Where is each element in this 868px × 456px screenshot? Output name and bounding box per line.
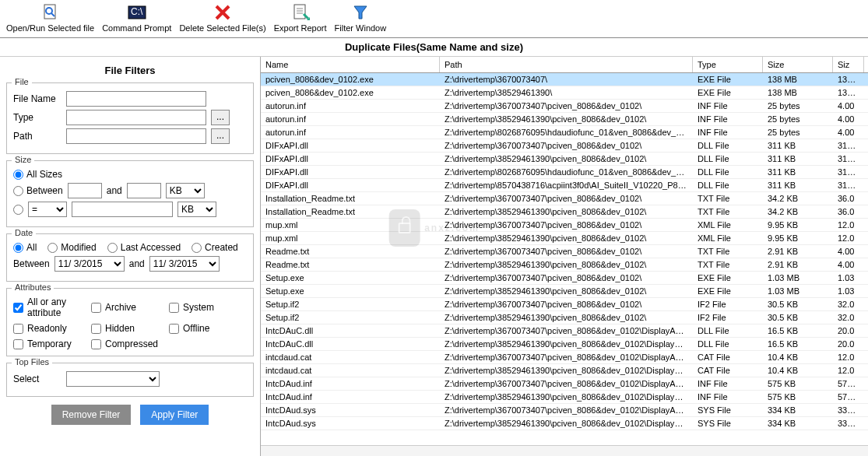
topfiles-legend: Top Files xyxy=(12,357,52,367)
cell-path: Z:\drivertemp\3670073407\pciven_8086&dev… xyxy=(440,139,693,152)
table-row[interactable]: IntcDAuC.dllZ:\drivertemp\38529461390\pc… xyxy=(261,338,868,351)
table-body[interactable]: pciven_8086&dev_0102.exeZ:\drivertemp\36… xyxy=(261,73,868,445)
horizontal-scrollbar[interactable] xyxy=(261,445,868,456)
size-unit2-select[interactable]: KB xyxy=(177,202,216,217)
delete-selected-button[interactable]: Delete Selected File(s) xyxy=(179,3,265,33)
table-row[interactable]: IntcDAuC.dllZ:\drivertemp\3670073407\pci… xyxy=(261,324,868,338)
table-row[interactable]: Setup.exeZ:\drivertemp\38529461390\pcive… xyxy=(261,285,868,298)
table-row[interactable]: IntcDAud.infZ:\drivertemp\3670073407\pci… xyxy=(261,377,868,391)
size-eq-input[interactable] xyxy=(72,202,173,217)
attr-hidden-check[interactable]: Hidden xyxy=(91,323,169,334)
topfiles-select[interactable] xyxy=(66,371,160,387)
size-all-radio[interactable]: All Sizes xyxy=(13,169,62,180)
attr-readonly-check[interactable]: Readonly xyxy=(13,323,91,334)
table-row[interactable]: DIFxAPI.dllZ:\drivertemp\38529461390\pci… xyxy=(261,153,868,166)
date-modified-radio[interactable]: Modified xyxy=(47,242,96,253)
table-row[interactable]: mup.xmlZ:\drivertemp\3670073407\pciven_8… xyxy=(261,219,868,232)
path-input[interactable] xyxy=(66,128,206,144)
cell-path: Z:\drivertemp\8026876095\hdaudiofunc_01&… xyxy=(440,126,693,139)
table-row[interactable]: Setup.if2Z:\drivertemp\38529461390\pcive… xyxy=(261,311,868,324)
table-row[interactable]: Readme.txtZ:\drivertemp\38529461390\pciv… xyxy=(261,258,868,272)
open-run-selected-button[interactable]: Open/Run Selected file xyxy=(6,3,94,33)
cell-name: Setup.exe xyxy=(261,285,440,297)
cell-type: INF File xyxy=(693,391,763,403)
cell-type: XML File xyxy=(693,232,763,244)
size-unit1-select[interactable]: KB xyxy=(166,183,205,198)
remove-filter-button[interactable]: Remove Filter xyxy=(51,405,132,425)
cell-type: DLL File xyxy=(693,139,763,152)
cell-siz2: 576 K xyxy=(833,377,864,390)
col-path-header[interactable]: Path xyxy=(440,57,693,72)
table-row[interactable]: IntcDAud.infZ:\drivertemp\38529461390\pc… xyxy=(261,391,868,404)
attr-system-check[interactable]: System xyxy=(169,296,247,318)
filename-input[interactable] xyxy=(66,91,206,107)
table-row[interactable]: pciven_8086&dev_0102.exeZ:\drivertemp\36… xyxy=(261,73,868,86)
type-browse-button[interactable]: ... xyxy=(211,110,230,125)
table-row[interactable]: pciven_8086&dev_0102.exeZ:\drivertemp\38… xyxy=(261,86,868,100)
table-row[interactable]: Setup.exeZ:\drivertemp\3670073407\pciven… xyxy=(261,272,868,285)
col-type-header[interactable]: Type xyxy=(693,57,763,72)
cell-siz2: 138 M xyxy=(833,86,864,99)
search-doc-icon xyxy=(38,3,63,22)
col-siz2-header[interactable]: Siz xyxy=(833,57,864,72)
cell-path: Z:\drivertemp\3670073407\pciven_8086&dev… xyxy=(440,245,693,258)
table-row[interactable]: IntcDAud.sysZ:\drivertemp\3670073407\pci… xyxy=(261,404,868,417)
col-name-header[interactable]: Name xyxy=(261,57,440,72)
table-row[interactable]: DIFxAPI.dllZ:\drivertemp\3670073407\pciv… xyxy=(261,139,868,153)
table-row[interactable]: intcdaud.catZ:\drivertemp\38529461390\pc… xyxy=(261,364,868,377)
date-to-select[interactable]: 11/ 3/2015 xyxy=(149,256,220,272)
date-created-radio[interactable]: Created xyxy=(192,242,238,253)
cell-name: DIFxAPI.dll xyxy=(261,166,440,178)
topfiles-select-label: Select xyxy=(13,374,61,384)
size-between-radio[interactable]: Between xyxy=(13,185,63,196)
toolbar-label: Command Prompt xyxy=(102,23,171,33)
cell-path: Z:\drivertemp\3670073407\ xyxy=(440,73,693,86)
table-row[interactable]: mup.xmlZ:\drivertemp\38529461390\pciven_… xyxy=(261,232,868,245)
cell-name: Setup.if2 xyxy=(261,311,440,324)
size-to-input[interactable] xyxy=(127,183,161,198)
cell-type: TXT File xyxy=(693,192,763,205)
cell-siz2: 4.00 xyxy=(833,113,864,125)
table-row[interactable]: autorun.infZ:\drivertemp\3670073407\pciv… xyxy=(261,100,868,113)
cell-path: Z:\drivertemp\3670073407\pciven_8086&dev… xyxy=(440,192,693,205)
filter-window-button[interactable]: Filter Window xyxy=(335,3,387,33)
toolbar-label: Open/Run Selected file xyxy=(6,23,94,33)
type-input[interactable] xyxy=(66,110,206,125)
table-header: Name Path Type Size Siz xyxy=(261,57,868,73)
table-row[interactable]: Installation_Readme.txtZ:\drivertemp\385… xyxy=(261,205,868,219)
date-lastaccessed-radio[interactable]: Last Accessed xyxy=(107,242,181,253)
cell-type: DLL File xyxy=(693,166,763,178)
apply-filter-button[interactable]: Apply Filter xyxy=(140,405,209,425)
cell-name: pciven_8086&dev_0102.exe xyxy=(261,73,440,86)
table-row[interactable]: intcdaud.catZ:\drivertemp\3670073407\pci… xyxy=(261,351,868,364)
date-all-radio[interactable]: All xyxy=(13,242,37,253)
attr-all-check[interactable]: All or any attribute xyxy=(13,296,91,318)
table-row[interactable]: IntcDAud.sysZ:\drivertemp\38529461390\pc… xyxy=(261,417,868,430)
table-row[interactable]: Setup.if2Z:\drivertemp\3670073407\pciven… xyxy=(261,298,868,311)
table-row[interactable]: Installation_Readme.txtZ:\drivertemp\367… xyxy=(261,192,868,205)
cell-siz2: 12.0 xyxy=(833,351,864,363)
size-op-select[interactable]: = xyxy=(28,202,67,217)
size-from-input[interactable] xyxy=(68,183,102,198)
cell-siz2: 12.0 xyxy=(833,364,864,377)
table-row[interactable]: autorun.infZ:\drivertemp\38529461390\pci… xyxy=(261,113,868,126)
col-size-header[interactable]: Size xyxy=(763,57,833,72)
export-report-button[interactable]: Export Report xyxy=(274,3,327,33)
command-prompt-button[interactable]: C:\Command Prompt xyxy=(102,3,171,33)
table-row[interactable]: autorun.infZ:\drivertemp\8026876095\hdau… xyxy=(261,126,868,139)
size-eq-radio[interactable] xyxy=(13,205,23,215)
attr-compressed-check[interactable]: Compressed xyxy=(91,338,169,349)
cell-path: Z:\drivertemp\38529461390\pciven_8086&de… xyxy=(440,113,693,125)
cell-path: Z:\drivertemp\38529461390\pciven_8086&de… xyxy=(440,364,693,377)
attr-offline-check[interactable]: Offline xyxy=(169,323,247,334)
path-browse-button[interactable]: ... xyxy=(211,128,230,144)
attr-temporary-check[interactable]: Temporary xyxy=(13,338,91,349)
cell-name: autorun.inf xyxy=(261,113,440,125)
cell-type: DLL File xyxy=(693,338,763,350)
attr-archive-check[interactable]: Archive xyxy=(91,296,169,318)
date-from-select[interactable]: 11/ 3/2015 xyxy=(54,256,125,272)
table-row[interactable]: DIFxAPI.dllZ:\drivertemp\8570438716\acpi… xyxy=(261,179,868,192)
table-row[interactable]: DIFxAPI.dllZ:\drivertemp\8026876095\hdau… xyxy=(261,166,868,179)
table-row[interactable]: Readme.txtZ:\drivertemp\3670073407\pcive… xyxy=(261,245,868,258)
cell-siz2: 1.03 xyxy=(833,272,864,284)
